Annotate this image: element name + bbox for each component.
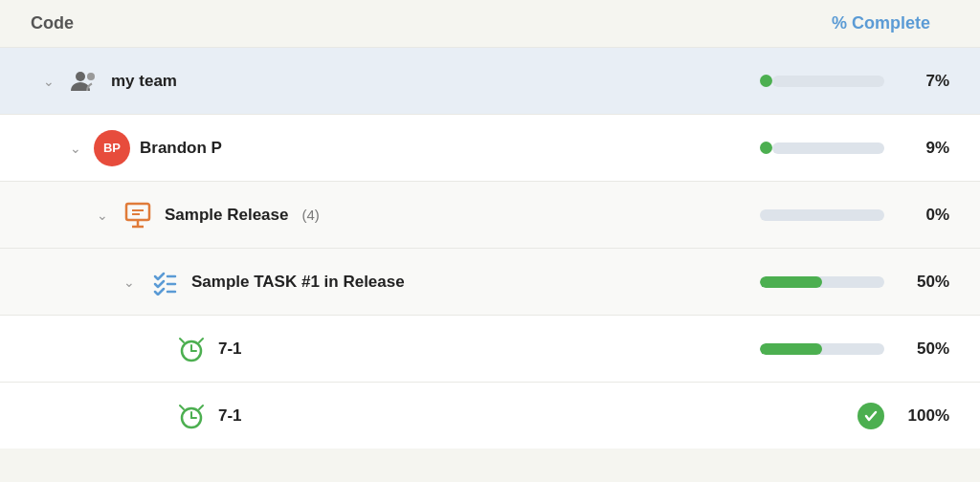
row-left-item-7-1-a: 7-1 — [31, 332, 758, 366]
team-icon — [67, 64, 101, 99]
progress-bar — [760, 343, 884, 355]
pct-label: 50% — [900, 273, 949, 292]
row-left-brandon-p: ⌄BPBrandon P — [31, 130, 758, 166]
chevron-icon[interactable]: ⌄ — [121, 274, 138, 290]
row-right-my-team: 7% — [758, 72, 949, 91]
row-right-item-7-1-a: 50% — [758, 340, 949, 359]
table-row: ⌄ Sample TASK #1 in Release50% — [0, 248, 980, 315]
table-row: ⌄BPBrandon P9% — [0, 114, 980, 181]
table-row: ⌄ my team7% — [0, 47, 980, 114]
row-right-brandon-p: 9% — [758, 139, 949, 158]
row-label-wrap: my team — [111, 72, 177, 91]
table-row: 7-150% — [0, 315, 980, 382]
pct-label: 50% — [900, 340, 949, 359]
pct-label: 9% — [900, 139, 949, 158]
svg-line-14 — [199, 339, 203, 342]
table-container: Code % Complete ⌄ my team7%⌄BPBrandon P9… — [0, 0, 980, 449]
row-right-sample-release: 0% — [758, 206, 949, 225]
release-icon — [121, 198, 155, 232]
row-label-wrap: 7-1 — [218, 406, 242, 426]
row-label: 7-1 — [218, 340, 242, 359]
row-label: 7-1 — [218, 406, 242, 426]
table-row: 7-1100% — [0, 382, 980, 449]
svg-point-0 — [76, 72, 85, 81]
row-left-sample-task: ⌄ Sample TASK #1 in Release — [31, 265, 758, 299]
row-label-wrap: Sample Release(4) — [165, 206, 320, 225]
chevron-icon[interactable]: ⌄ — [40, 74, 57, 89]
chevron-icon[interactable]: ⌄ — [94, 208, 111, 223]
progress-bar-with-dot — [760, 75, 884, 87]
progress-track — [772, 142, 884, 154]
row-label: Brandon P — [140, 139, 222, 158]
row-left-sample-release: ⌄ Sample Release(4) — [31, 198, 758, 232]
progress-fill — [760, 343, 822, 355]
progress-dot — [760, 75, 772, 87]
table-row: ⌄ Sample Release(4)0% — [0, 181, 980, 248]
row-label: Sample Release — [165, 206, 288, 225]
header-complete: % Complete — [832, 13, 930, 33]
table-header: Code % Complete — [0, 0, 980, 47]
progress-bar-with-dot — [760, 142, 884, 154]
row-right-item-7-1-b: 100% — [758, 403, 949, 429]
clock-icon — [174, 399, 209, 433]
check-circle-icon — [858, 403, 884, 429]
svg-line-13 — [180, 339, 184, 342]
row-label-wrap: Sample TASK #1 in Release — [191, 273, 405, 292]
progress-dot — [760, 142, 772, 154]
chevron-icon[interactable]: ⌄ — [67, 141, 84, 156]
progress-bar — [760, 209, 884, 221]
progress-track — [772, 76, 884, 87]
pct-label: 0% — [900, 206, 949, 225]
clock-icon — [174, 332, 209, 366]
row-label-wrap: 7-1 — [218, 340, 242, 359]
svg-line-18 — [180, 405, 184, 409]
progress-bar — [760, 276, 884, 288]
pct-label: 100% — [900, 406, 949, 426]
row-label-wrap: Brandon P — [140, 139, 222, 158]
task-icon — [147, 265, 182, 299]
svg-point-1 — [87, 73, 95, 80]
row-sub-label: (4) — [301, 207, 319, 223]
avatar: BP — [94, 130, 130, 166]
row-label: my team — [111, 72, 177, 91]
pct-label: 7% — [900, 72, 949, 91]
row-label: Sample TASK #1 in Release — [191, 273, 405, 292]
svg-line-19 — [199, 405, 203, 409]
svg-rect-2 — [126, 204, 149, 220]
row-right-sample-task: 50% — [758, 273, 949, 292]
header-code: Code — [31, 13, 74, 33]
row-left-item-7-1-b: 7-1 — [31, 399, 758, 433]
rows-container: ⌄ my team7%⌄BPBrandon P9%⌄ Sample Releas… — [0, 47, 980, 449]
progress-fill — [760, 276, 822, 288]
row-left-my-team: ⌄ my team — [31, 64, 758, 99]
